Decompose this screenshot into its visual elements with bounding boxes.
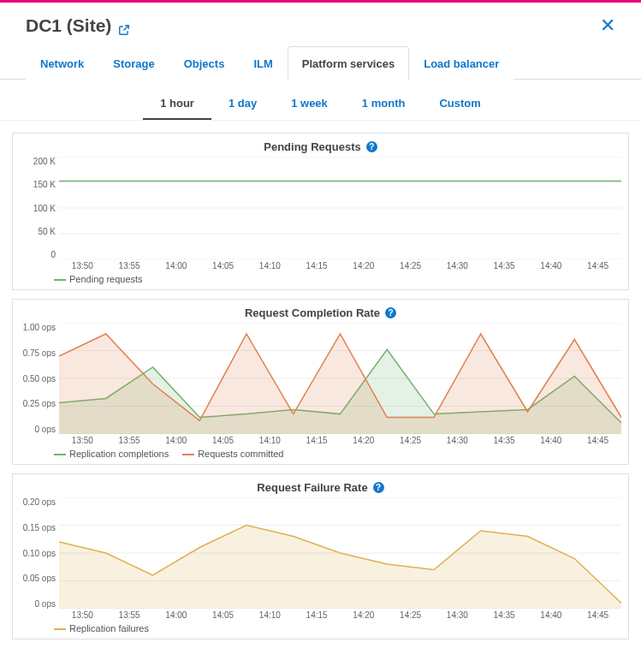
chart-request-completion-rate: Request Completion Rate?1.00 ops0.75 ops… (12, 299, 629, 465)
plot-svg (59, 323, 621, 434)
tab-load-balancer[interactable]: Load balancer (409, 46, 513, 80)
timerange-tabs: 1 hour1 day1 week1 monthCustom (0, 90, 641, 121)
x-axis: 13:5013:5514:0014:0514:1014:1514:2014:25… (59, 261, 621, 271)
legend-item: Replication failures (54, 623, 149, 633)
legend-label: Requests committed (198, 449, 283, 459)
timerange-1-day[interactable]: 1 day (211, 90, 274, 120)
tab-platform-services[interactable]: Platform services (288, 46, 409, 80)
y-axis: 0.20 ops0.15 ops0.10 ops0.05 ops0 ops (20, 497, 59, 609)
tab-storage[interactable]: Storage (98, 46, 169, 80)
site-name: DC1 (Site) (26, 15, 111, 36)
timerange-custom[interactable]: Custom (422, 90, 497, 120)
x-axis: 13:5013:5514:0014:0514:1014:1514:2014:25… (59, 610, 621, 620)
legend-item: Replication completions (54, 449, 169, 459)
chart-title-text: Request Failure Rate (257, 481, 367, 494)
tab-objects[interactable]: Objects (169, 46, 240, 80)
timerange-1-week[interactable]: 1 week (274, 90, 345, 120)
page-title: DC1 (Site) (26, 15, 130, 36)
plot-svg (59, 497, 621, 609)
legend-label: Pending requests (69, 274, 143, 284)
legend-label: Replication completions (69, 449, 169, 459)
chart-legend: Pending requests (54, 274, 621, 284)
help-icon[interactable]: ? (385, 307, 396, 318)
help-icon[interactable]: ? (366, 141, 377, 152)
close-button[interactable]: ✕ (593, 11, 622, 40)
tab-network[interactable]: Network (26, 46, 98, 80)
main-tabs: NetworkStorageObjectsILMPlatform service… (0, 45, 641, 80)
plot-svg (59, 157, 621, 259)
x-axis: 13:5013:5514:0014:0514:1014:1514:2014:25… (59, 436, 621, 445)
chart-legend: Replication completionsRequests committe… (54, 449, 621, 459)
legend-label: Replication failures (69, 623, 149, 633)
chart-request-failure-rate: Request Failure Rate?0.20 ops0.15 ops0.1… (12, 473, 629, 639)
chart-title-text: Request Completion Rate (245, 306, 380, 319)
tab-ilm[interactable]: ILM (239, 46, 287, 80)
chart-pending-requests: Pending Requests?200 K150 K100 K50 K013:… (12, 133, 629, 290)
legend-item: Pending requests (54, 274, 143, 284)
y-axis: 1.00 ops0.75 ops0.50 ops0.25 ops0 ops (20, 323, 59, 434)
chart-title-text: Pending Requests (264, 140, 360, 153)
y-axis: 200 K150 K100 K50 K0 (20, 157, 59, 259)
timerange-1-hour[interactable]: 1 hour (143, 90, 211, 120)
legend-item: Requests committed (182, 449, 283, 459)
chart-legend: Replication failures (54, 623, 621, 633)
help-icon[interactable]: ? (373, 482, 384, 493)
open-external-icon[interactable] (118, 20, 130, 32)
timerange-1-month[interactable]: 1 month (345, 90, 423, 120)
